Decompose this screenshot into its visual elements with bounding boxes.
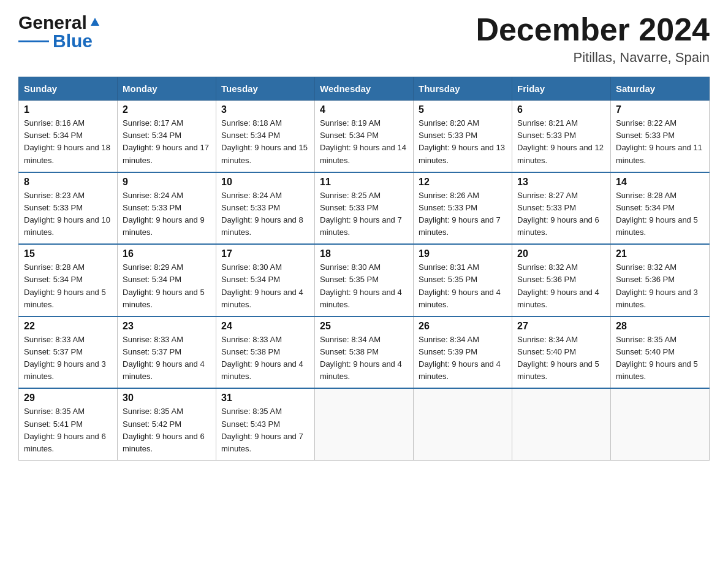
svg-marker-0 <box>91 18 99 26</box>
day-number: 29 <box>24 393 112 404</box>
day-info: Sunrise: 8:20 AMSunset: 5:33 PMDaylight:… <box>419 117 507 167</box>
day-number: 30 <box>123 393 211 404</box>
calendar-cell: 25Sunrise: 8:34 AMSunset: 5:38 PMDayligh… <box>315 316 414 389</box>
day-number: 2 <box>123 104 211 115</box>
day-number: 5 <box>419 104 507 115</box>
calendar-cell: 21Sunrise: 8:32 AMSunset: 5:36 PMDayligh… <box>611 244 710 316</box>
calendar-cell: 2Sunrise: 8:17 AMSunset: 5:34 PMDaylight… <box>118 101 216 172</box>
month-title: December 2024 <box>476 12 710 47</box>
day-number: 13 <box>517 177 605 188</box>
day-number: 17 <box>221 248 309 259</box>
calendar-cell: 17Sunrise: 8:30 AMSunset: 5:34 PMDayligh… <box>216 244 315 316</box>
location: Pitillas, Navarre, Spain <box>476 50 710 66</box>
day-info: Sunrise: 8:34 AMSunset: 5:38 PMDaylight:… <box>320 334 408 383</box>
weekday-header-sunday: Sunday <box>19 77 118 101</box>
calendar-week-row: 8Sunrise: 8:23 AMSunset: 5:33 PMDaylight… <box>19 172 710 245</box>
day-number: 24 <box>221 321 309 332</box>
calendar-cell: 3Sunrise: 8:18 AMSunset: 5:34 PMDaylight… <box>216 101 315 172</box>
day-number: 21 <box>616 248 704 259</box>
weekday-header-monday: Monday <box>118 77 216 101</box>
day-info: Sunrise: 8:32 AMSunset: 5:36 PMDaylight:… <box>616 261 704 311</box>
logo-blue: Blue <box>53 31 93 52</box>
calendar-cell <box>512 388 611 460</box>
day-number: 10 <box>221 177 309 188</box>
calendar-cell: 4Sunrise: 8:19 AMSunset: 5:34 PMDaylight… <box>315 101 414 172</box>
calendar-cell <box>414 388 512 460</box>
calendar-cell: 28Sunrise: 8:35 AMSunset: 5:40 PMDayligh… <box>611 316 710 389</box>
calendar-cell: 6Sunrise: 8:21 AMSunset: 5:33 PMDaylight… <box>512 101 611 172</box>
calendar-cell: 14Sunrise: 8:28 AMSunset: 5:34 PMDayligh… <box>611 172 710 245</box>
calendar-table: SundayMondayTuesdayWednesdayThursdayFrid… <box>18 77 710 461</box>
day-number: 14 <box>616 177 704 188</box>
calendar-cell: 11Sunrise: 8:25 AMSunset: 5:33 PMDayligh… <box>315 172 414 245</box>
day-info: Sunrise: 8:33 AMSunset: 5:38 PMDaylight:… <box>221 334 309 383</box>
day-number: 19 <box>419 248 507 259</box>
day-info: Sunrise: 8:27 AMSunset: 5:33 PMDaylight:… <box>517 190 605 239</box>
day-info: Sunrise: 8:28 AMSunset: 5:34 PMDaylight:… <box>24 261 112 311</box>
calendar-week-row: 29Sunrise: 8:35 AMSunset: 5:41 PMDayligh… <box>19 388 710 460</box>
day-info: Sunrise: 8:31 AMSunset: 5:35 PMDaylight:… <box>419 261 507 311</box>
day-number: 15 <box>24 248 112 259</box>
day-number: 11 <box>320 177 408 188</box>
logo-line <box>18 40 49 42</box>
day-number: 1 <box>24 104 112 115</box>
logo-triangle-icon <box>88 15 102 28</box>
day-number: 9 <box>123 177 211 188</box>
day-number: 20 <box>517 248 605 259</box>
day-info: Sunrise: 8:30 AMSunset: 5:34 PMDaylight:… <box>221 261 309 311</box>
calendar-cell: 26Sunrise: 8:34 AMSunset: 5:39 PMDayligh… <box>414 316 512 389</box>
day-info: Sunrise: 8:33 AMSunset: 5:37 PMDaylight:… <box>123 334 211 383</box>
day-number: 25 <box>320 321 408 332</box>
calendar-header-row: SundayMondayTuesdayWednesdayThursdayFrid… <box>19 77 710 101</box>
weekday-header-wednesday: Wednesday <box>315 77 414 101</box>
day-number: 22 <box>24 321 112 332</box>
day-number: 27 <box>517 321 605 332</box>
day-number: 16 <box>123 248 211 259</box>
day-number: 7 <box>616 104 704 115</box>
title-section: December 2024 Pitillas, Navarre, Spain <box>476 12 710 66</box>
calendar-cell <box>315 388 414 460</box>
day-info: Sunrise: 8:21 AMSunset: 5:33 PMDaylight:… <box>517 117 605 167</box>
day-info: Sunrise: 8:28 AMSunset: 5:34 PMDaylight:… <box>616 190 704 239</box>
calendar-cell: 30Sunrise: 8:35 AMSunset: 5:42 PMDayligh… <box>118 388 216 460</box>
calendar-cell: 22Sunrise: 8:33 AMSunset: 5:37 PMDayligh… <box>19 316 118 389</box>
day-info: Sunrise: 8:35 AMSunset: 5:40 PMDaylight:… <box>616 334 704 383</box>
calendar-cell: 31Sunrise: 8:35 AMSunset: 5:43 PMDayligh… <box>216 388 315 460</box>
day-info: Sunrise: 8:19 AMSunset: 5:34 PMDaylight:… <box>320 117 408 167</box>
calendar-cell: 19Sunrise: 8:31 AMSunset: 5:35 PMDayligh… <box>414 244 512 316</box>
day-info: Sunrise: 8:35 AMSunset: 5:41 PMDaylight:… <box>24 405 112 455</box>
day-info: Sunrise: 8:24 AMSunset: 5:33 PMDaylight:… <box>123 190 211 239</box>
calendar-cell: 27Sunrise: 8:34 AMSunset: 5:40 PMDayligh… <box>512 316 611 389</box>
calendar-cell: 9Sunrise: 8:24 AMSunset: 5:33 PMDaylight… <box>118 172 216 245</box>
day-info: Sunrise: 8:34 AMSunset: 5:40 PMDaylight:… <box>517 334 605 383</box>
day-number: 3 <box>221 104 309 115</box>
calendar-week-row: 22Sunrise: 8:33 AMSunset: 5:37 PMDayligh… <box>19 316 710 389</box>
page-header: General Blue December 2024 Pitillas, Nav… <box>18 12 710 66</box>
calendar-cell: 1Sunrise: 8:16 AMSunset: 5:34 PMDaylight… <box>19 101 118 172</box>
calendar-cell: 8Sunrise: 8:23 AMSunset: 5:33 PMDaylight… <box>19 172 118 245</box>
calendar-cell: 20Sunrise: 8:32 AMSunset: 5:36 PMDayligh… <box>512 244 611 316</box>
day-info: Sunrise: 8:16 AMSunset: 5:34 PMDaylight:… <box>24 117 112 167</box>
calendar-cell: 23Sunrise: 8:33 AMSunset: 5:37 PMDayligh… <box>118 316 216 389</box>
day-number: 8 <box>24 177 112 188</box>
day-number: 18 <box>320 248 408 259</box>
day-info: Sunrise: 8:18 AMSunset: 5:34 PMDaylight:… <box>221 117 309 167</box>
day-number: 31 <box>221 393 309 404</box>
calendar-cell: 5Sunrise: 8:20 AMSunset: 5:33 PMDaylight… <box>414 101 512 172</box>
weekday-header-tuesday: Tuesday <box>216 77 315 101</box>
day-info: Sunrise: 8:25 AMSunset: 5:33 PMDaylight:… <box>320 190 408 239</box>
calendar-week-row: 1Sunrise: 8:16 AMSunset: 5:34 PMDaylight… <box>19 101 710 172</box>
weekday-header-friday: Friday <box>512 77 611 101</box>
weekday-header-saturday: Saturday <box>611 77 710 101</box>
weekday-header-thursday: Thursday <box>414 77 512 101</box>
calendar-cell: 13Sunrise: 8:27 AMSunset: 5:33 PMDayligh… <box>512 172 611 245</box>
day-info: Sunrise: 8:35 AMSunset: 5:43 PMDaylight:… <box>221 405 309 455</box>
day-info: Sunrise: 8:34 AMSunset: 5:39 PMDaylight:… <box>419 334 507 383</box>
day-info: Sunrise: 8:29 AMSunset: 5:34 PMDaylight:… <box>123 261 211 311</box>
day-info: Sunrise: 8:30 AMSunset: 5:35 PMDaylight:… <box>320 261 408 311</box>
calendar-cell: 16Sunrise: 8:29 AMSunset: 5:34 PMDayligh… <box>118 244 216 316</box>
day-number: 12 <box>419 177 507 188</box>
calendar-cell: 18Sunrise: 8:30 AMSunset: 5:35 PMDayligh… <box>315 244 414 316</box>
day-number: 23 <box>123 321 211 332</box>
calendar-cell: 12Sunrise: 8:26 AMSunset: 5:33 PMDayligh… <box>414 172 512 245</box>
